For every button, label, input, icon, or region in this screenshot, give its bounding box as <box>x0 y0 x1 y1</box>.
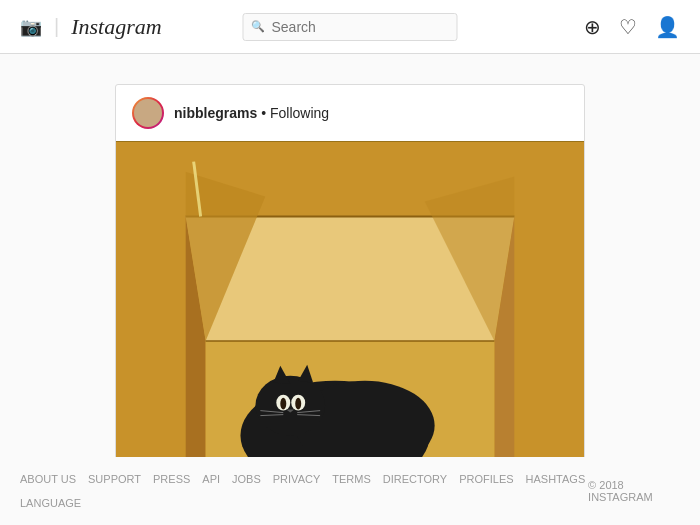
footer-link[interactable]: JOBS <box>232 473 261 485</box>
search-icon: 🔍 <box>251 20 265 33</box>
post-username[interactable]: nibblegrams <box>174 105 257 121</box>
svg-point-11 <box>255 376 325 436</box>
footer-links: ABOUT USSUPPORTPRESSAPIJOBSPRIVACYTERMSD… <box>20 473 588 509</box>
camera-icon: 📷 <box>20 16 42 38</box>
avatar <box>132 97 164 129</box>
footer-link[interactable]: API <box>202 473 220 485</box>
footer-link[interactable]: SUPPORT <box>88 473 141 485</box>
footer-link[interactable]: HASHTAGS <box>526 473 586 485</box>
person-icon[interactable]: 👤 <box>655 15 680 39</box>
heart-icon[interactable]: ♡ <box>619 15 637 39</box>
footer-link[interactable]: PRESS <box>153 473 190 485</box>
search-area: 🔍 <box>243 13 458 41</box>
compass-icon[interactable]: ⊕ <box>584 15 601 39</box>
footer-link[interactable]: TERMS <box>332 473 371 485</box>
avatar-image <box>134 99 162 127</box>
svg-point-16 <box>280 398 286 410</box>
footer-copyright: © 2018 INSTAGRAM <box>588 479 680 503</box>
footer: ABOUT USSUPPORTPRESSAPIJOBSPRIVACYTERMSD… <box>0 457 700 525</box>
footer-link[interactable]: DIRECTORY <box>383 473 447 485</box>
footer-link[interactable]: PROFILES <box>459 473 513 485</box>
search-input[interactable] <box>243 13 458 41</box>
post-header: nibblegrams • Following <box>116 85 584 141</box>
logo-text: Instagram <box>71 14 161 40</box>
main-content: nibblegrams • Following <box>0 54 700 525</box>
svg-point-17 <box>295 398 301 410</box>
logo-area: 📷 | Instagram <box>20 14 162 40</box>
post-image <box>116 141 584 501</box>
header: 📷 | Instagram 🔍 ⊕ ♡ 👤 <box>0 0 700 54</box>
footer-link[interactable]: LANGUAGE <box>20 497 81 509</box>
following-label: • Following <box>261 105 329 121</box>
footer-link[interactable]: PRIVACY <box>273 473 320 485</box>
username-area: nibblegrams • Following <box>174 105 568 121</box>
footer-link[interactable]: ABOUT US <box>20 473 76 485</box>
nav-icons: ⊕ ♡ 👤 <box>584 15 680 39</box>
logo-divider: | <box>54 15 59 38</box>
post-image-svg <box>116 141 584 501</box>
